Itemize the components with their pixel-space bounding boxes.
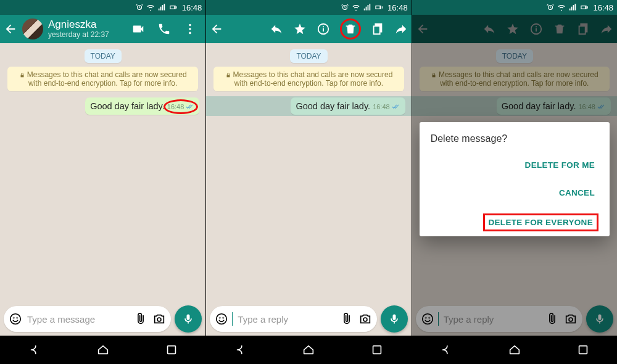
status-time: 16:48: [387, 3, 408, 12]
message-row-selected[interactable]: Good day fair lady. 16:48: [206, 96, 411, 116]
status-bar: 16:48: [0, 0, 205, 15]
reply-icon[interactable]: [270, 22, 283, 36]
alarm-icon: [341, 3, 349, 12]
message-text: Good day fair lady.: [90, 101, 165, 111]
message-text: Good day fair lady.: [296, 101, 370, 111]
nav-home-icon[interactable]: [302, 343, 315, 357]
android-nav-bar: [412, 336, 617, 364]
screenshot-3-delete-dialog: 16:48 TODAY Messages to this chat and ca…: [412, 0, 617, 364]
back-icon[interactable]: [4, 22, 17, 36]
wifi-icon: [146, 3, 155, 12]
nav-recents-icon[interactable]: [165, 343, 178, 357]
delete-for-me-button[interactable]: DELETE FOR ME: [521, 158, 598, 172]
nav-back-icon[interactable]: [234, 343, 247, 357]
attach-icon[interactable]: [134, 312, 147, 326]
outgoing-message-bubble: Good day fair lady. 16:48: [85, 97, 199, 115]
camera-icon[interactable]: [152, 312, 166, 326]
delete-dialog: Delete message? DELETE FOR ME CANCEL DEL…: [420, 122, 610, 236]
delete-icon[interactable]: [344, 22, 357, 36]
message-time: 16:48: [167, 103, 184, 110]
nav-back-icon[interactable]: [439, 343, 453, 357]
compose-bar: Type a message: [0, 302, 205, 336]
nav-home-icon[interactable]: [96, 343, 110, 357]
message-row[interactable]: Good day fair lady. 16:48: [0, 96, 205, 116]
encryption-notice[interactable]: Messages to this chat and calls are now …: [213, 67, 404, 91]
lock-icon: [225, 72, 231, 78]
encryption-notice[interactable]: Messages to this chat and calls are now …: [7, 67, 198, 91]
mic-icon: [182, 313, 194, 325]
status-bar: 16:48: [206, 0, 411, 15]
info-icon[interactable]: [317, 22, 330, 36]
mic-button[interactable]: [175, 305, 202, 333]
mic-button[interactable]: [381, 305, 408, 333]
signal-icon: [157, 3, 166, 12]
attach-icon[interactable]: [340, 312, 354, 326]
delete-highlight: [340, 19, 361, 39]
chat-app-bar: Agnieszka yesterday at 22:37: [0, 15, 205, 43]
android-nav-bar: [0, 336, 205, 364]
voice-call-icon[interactable]: [157, 22, 171, 36]
read-ticks-icon: [392, 104, 400, 110]
forward-icon[interactable]: [394, 22, 408, 36]
contact-avatar[interactable]: [22, 19, 43, 39]
status-bar: 16:48: [412, 0, 617, 15]
compose-placeholder: Type a reply: [238, 314, 334, 325]
dialog-title: Delete message?: [431, 133, 598, 144]
alarm-icon: [135, 3, 144, 12]
day-separator: TODAY: [290, 49, 327, 63]
nav-recents-icon[interactable]: [576, 343, 590, 357]
contact-name: Agnieszka: [48, 19, 126, 31]
compose-field[interactable]: Type a message: [4, 306, 171, 332]
video-call-icon[interactable]: [131, 22, 145, 36]
emoji-icon[interactable]: [9, 312, 22, 326]
compose-placeholder: Type a message: [27, 314, 129, 325]
message-meta: 16:48: [373, 103, 400, 110]
nav-recents-icon[interactable]: [370, 343, 384, 357]
lock-icon: [19, 72, 25, 78]
status-time: 16:48: [182, 3, 202, 12]
cancel-button[interactable]: CANCEL: [555, 186, 598, 200]
text-cursor: [232, 312, 233, 326]
screenshot-2-message-selected: 16:48 TODAY Messages to this chat and ca…: [205, 0, 411, 364]
compose-field[interactable]: Type a reply: [210, 306, 376, 332]
nav-back-icon[interactable]: [28, 343, 41, 357]
android-nav-bar: [206, 336, 411, 364]
screenshot-1-normal-chat: 16:48 Agnieszka yesterday at 22:37 TODAY…: [0, 0, 205, 364]
signal-icon: [568, 3, 577, 12]
copy-icon[interactable]: [371, 22, 384, 36]
wifi-icon: [352, 3, 360, 12]
contact-title-block[interactable]: Agnieszka yesterday at 22:37: [48, 19, 126, 39]
chat-body[interactable]: TODAY Messages to this chat and calls ar…: [206, 43, 411, 302]
contact-last-seen: yesterday at 22:37: [48, 31, 126, 39]
selection-action-bar: [206, 15, 411, 43]
day-separator: TODAY: [85, 49, 122, 63]
battery-icon: [374, 3, 383, 12]
outgoing-message-bubble: Good day fair lady. 16:48: [291, 97, 405, 115]
status-time: 16:48: [593, 3, 613, 12]
message-meta: 16:48: [167, 103, 195, 110]
mic-icon: [388, 313, 400, 325]
compose-bar: Type a reply: [206, 302, 411, 336]
wifi-icon: [557, 3, 566, 12]
overflow-menu-icon[interactable]: [183, 22, 197, 36]
read-ticks-icon: [186, 104, 194, 110]
emoji-icon[interactable]: [215, 312, 228, 326]
camera-icon[interactable]: [358, 312, 372, 326]
nav-home-icon[interactable]: [508, 343, 521, 357]
message-time: 16:48: [373, 103, 390, 110]
alarm-icon: [546, 3, 555, 12]
battery-icon: [168, 3, 177, 12]
delete-for-everyone-button[interactable]: DELETE FOR EVERYONE: [483, 213, 598, 231]
star-icon[interactable]: [293, 22, 307, 36]
close-selection-icon[interactable]: [210, 22, 223, 36]
battery-icon: [579, 3, 588, 12]
chat-body[interactable]: TODAY Messages to this chat and calls ar…: [0, 43, 205, 302]
signal-icon: [363, 3, 371, 12]
